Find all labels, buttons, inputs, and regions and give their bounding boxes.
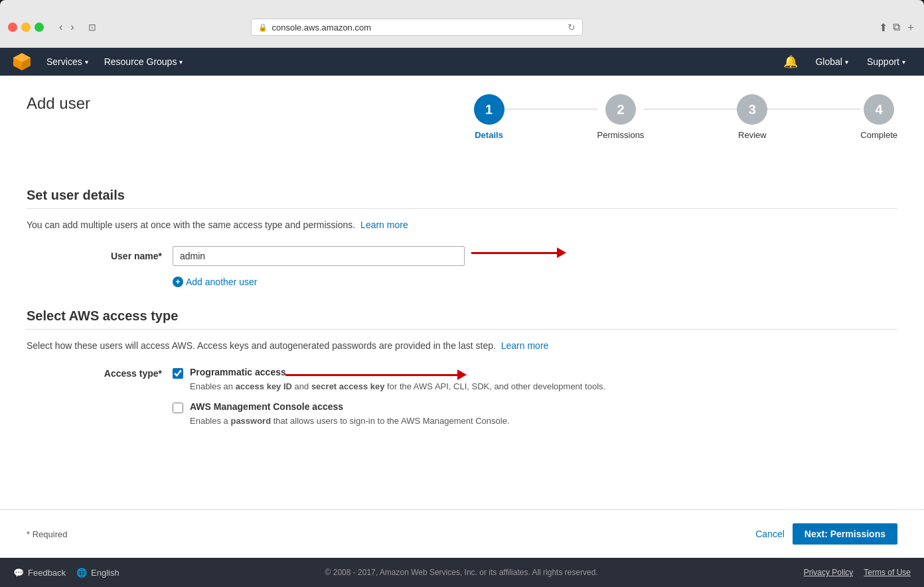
forward-button[interactable]: › [67,20,77,34]
support-label: Support [867,56,899,67]
global-nav-item[interactable]: Global ▾ [807,48,856,76]
feedback-link[interactable]: 💬 Feedback [13,568,66,578]
wizard-step-1: 1 Details [474,94,504,140]
back-button[interactable]: ‹ [56,20,66,34]
window-button[interactable]: ⧉ [893,21,900,34]
step-circle-3: 3 [737,94,767,125]
console-access-title: AWS Management Console access [190,401,510,412]
main-wrapper: Add user 1 Details 2 Permissions 3 [0,76,924,587]
resource-groups-label: Resource Groups [104,56,177,67]
url-text: console.aws.amazon.com [271,23,371,33]
feedback-icon: 💬 [13,568,24,578]
username-arrow-annotation [471,247,566,258]
step-label-4: Complete [860,130,897,140]
required-note: * Required [27,529,67,539]
step-circle-2: 2 [605,94,636,125]
global-chevron: ▾ [845,58,848,66]
traffic-lights [8,23,44,32]
browser-chrome: ‹ › ⊡ 🔒 console.aws.amazon.com ↻ ⬆ ⧉ ＋ [0,0,924,48]
footer-copyright: © 2008 - 2017, Amazon Web Services, Inc.… [133,568,791,577]
tab-view-button[interactable]: ⊡ [84,21,100,34]
console-access-checkbox[interactable] [173,403,183,413]
step-circle-1: 1 [474,94,504,125]
services-label: Services [46,56,82,67]
access-type-label: Access type* [27,367,173,379]
global-label: Global [815,56,842,67]
step-label-3: Review [738,130,767,140]
globe-icon: 🌐 [76,568,87,578]
add-tab-button[interactable]: ＋ [905,21,916,34]
section-divider-2 [27,329,897,330]
reload-icon[interactable]: ↻ [568,22,576,33]
console-access-option: AWS Management Console access Enables a … [173,401,605,428]
page-title: Add user [27,94,90,113]
wizard-step-3: 3 Review [737,94,767,140]
footer-right: Privacy Policy Terms of Use [804,568,911,577]
set-user-details-section: Set user details You can add multiple us… [27,188,897,287]
share-button[interactable]: ⬆ [879,21,887,34]
set-user-details-heading: Set user details [27,188,897,203]
wizard-step-4: 4 Complete [860,94,897,140]
close-button[interactable] [8,23,17,32]
bottom-bar: 💬 Feedback 🌐 English © 2008 - 2017, Amaz… [0,558,924,587]
english-link[interactable]: 🌐 English [76,568,119,578]
services-nav-item[interactable]: Services ▾ [38,48,96,76]
minimize-button[interactable] [21,23,31,32]
learn-more-link-2[interactable]: Learn more [501,340,549,351]
step-connector-1-2 [504,109,597,109]
aws-nav: Services ▾ Resource Groups ▾ 🔔 Global ▾ … [0,48,924,76]
set-user-details-desc: You can add multiple users at once with … [27,220,897,230]
page-content: Add user 1 Details 2 Permissions 3 [0,76,924,509]
console-access-desc: Enables a password that allows users to … [190,415,510,428]
services-chevron: ▾ [85,58,88,66]
aws-logo[interactable] [11,50,33,73]
programmatic-access-checkbox[interactable] [173,368,183,379]
learn-more-link-1[interactable]: Learn more [360,220,408,230]
step-circle-4: 4 [864,94,894,125]
programmatic-access-desc: Enables an access key ID and secret acce… [190,380,605,393]
access-type-section: Select AWS access type Select how these … [27,308,897,427]
resource-groups-chevron: ▾ [179,58,183,66]
step-label-2: Permissions [597,130,645,140]
privacy-policy-link[interactable]: Privacy Policy [804,568,854,577]
support-nav-item[interactable]: Support ▾ [859,48,913,76]
access-type-desc: Select how these users will access AWS. … [27,340,897,351]
wizard-steps: 1 Details 2 Permissions 3 Review [474,94,897,145]
username-input[interactable] [173,246,465,266]
resource-groups-nav-item[interactable]: Resource Groups ▾ [96,48,191,76]
cancel-button[interactable]: Cancel [755,529,785,539]
action-buttons: Cancel Next: Permissions [755,523,897,545]
address-bar[interactable]: 🔒 console.aws.amazon.com ↻ [251,19,583,36]
support-chevron: ▾ [902,58,905,66]
lock-icon: 🔒 [258,23,268,32]
wizard-step-2: 2 Permissions [597,94,645,140]
footer-actions: * Required Cancel Next: Permissions [0,509,924,558]
next-permissions-button[interactable]: Next: Permissions [793,523,897,545]
username-label: User name* [27,251,173,261]
section-divider-1 [27,208,897,209]
step-label-1: Details [475,130,503,140]
add-another-user-link[interactable]: + Add another user [173,277,897,287]
footer-left: 💬 Feedback 🌐 English [13,568,119,578]
username-row: User name* [27,246,897,266]
plus-circle-icon: + [173,277,183,287]
programmatic-arrow-annotation [285,369,467,380]
step-connector-3-4 [767,109,860,109]
notifications-icon[interactable]: 🔔 [777,54,805,69]
fullscreen-button[interactable] [35,23,44,32]
terms-of-use-link[interactable]: Terms of Use [864,568,911,577]
step-connector-2-3 [644,109,737,109]
access-type-row: Access type* Programmatic access Enables… [27,367,897,427]
access-type-heading: Select AWS access type [27,308,897,324]
